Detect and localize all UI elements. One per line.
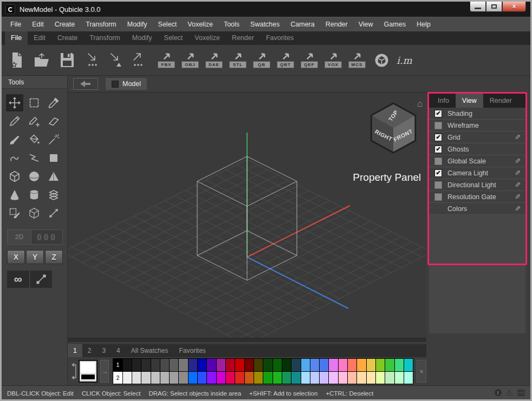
menu-item-file[interactable]: File (5, 17, 27, 31)
slice-tool-button[interactable] (45, 186, 62, 203)
swatch-cell[interactable] (141, 359, 151, 371)
swatch-cell[interactable] (339, 359, 348, 371)
export-mcs-button[interactable]: MCS (347, 52, 367, 68)
property-tab-render[interactable]: Render (483, 94, 518, 108)
export-qbt-button[interactable]: QBT (276, 52, 295, 68)
cone-tool-button[interactable] (6, 186, 23, 203)
swatch-cell[interactable] (310, 359, 320, 371)
menu-item-camera[interactable]: Camera (285, 17, 320, 31)
swatch-cell[interactable] (245, 372, 254, 384)
export-obj-button[interactable]: OBJ (180, 52, 200, 68)
swatch-tab-favorites[interactable]: Favorites (173, 344, 211, 357)
menu-item-tools[interactable]: Tools (218, 17, 245, 31)
camera-light-checkbox[interactable]: ✔ (434, 169, 442, 177)
axis-z-button[interactable]: Z (45, 250, 63, 264)
menu-item-transform[interactable]: Transform (80, 17, 122, 31)
export-vox-button[interactable]: VOX (323, 52, 343, 68)
swatch-cell[interactable] (226, 372, 235, 384)
rect-select-tool-button[interactable] (25, 94, 43, 111)
ribbon-tab-file[interactable]: File (5, 31, 28, 45)
new-file-button[interactable] (9, 51, 24, 69)
swatch-cell[interactable] (348, 359, 357, 371)
shading-checkbox[interactable]: ✔ (434, 110, 442, 117)
menu-item-swatches[interactable]: Swatches (245, 17, 285, 31)
swatch-cell[interactable] (254, 359, 263, 371)
swatch-tab-2[interactable]: 2 (82, 344, 97, 357)
swatch-cell[interactable] (226, 359, 235, 371)
axis-y-button[interactable]: Y (26, 250, 44, 264)
swatch-cell[interactable] (198, 359, 207, 371)
wireframe-checkbox[interactable] (434, 122, 442, 129)
swatch-cell[interactable] (189, 372, 198, 384)
swatch-cell[interactable] (179, 359, 188, 371)
swatch-cell[interactable] (320, 359, 329, 371)
swatch-cell[interactable] (301, 359, 310, 371)
add-color-button[interactable]: → (100, 360, 109, 383)
color-display[interactable] (79, 360, 98, 383)
paint-select-tool-button[interactable] (6, 205, 23, 222)
menu-item-create[interactable]: Create (49, 17, 81, 31)
export-stl-button[interactable]: STL (228, 52, 248, 68)
global-scale-checkbox[interactable] (434, 157, 442, 165)
menu-item-modify[interactable]: Modify (122, 17, 153, 31)
import-button[interactable] (86, 52, 100, 68)
swatch-cell[interactable] (263, 359, 273, 371)
swap-colors-icon[interactable] (70, 361, 77, 381)
save-button[interactable] (59, 51, 75, 69)
mode-2d-button[interactable]: 2D (8, 230, 31, 244)
ribbon-tab-create[interactable]: Create (51, 31, 84, 45)
resolution-gate-checkbox[interactable] (434, 193, 442, 201)
property-tab-view[interactable]: View (456, 94, 483, 108)
menu-item-voxelize[interactable]: Voxelize (182, 17, 218, 31)
swatch-cell[interactable] (217, 359, 226, 371)
swatch-tab-3[interactable]: 3 (96, 344, 111, 357)
swatch-cell[interactable] (217, 372, 226, 384)
swatch-cell[interactable] (273, 372, 282, 384)
ribbon-tab-transform[interactable]: Transform (83, 31, 126, 45)
swatch-cell[interactable] (348, 372, 357, 384)
swatch-cell[interactable] (160, 372, 170, 384)
swatch-cell[interactable] (170, 372, 179, 384)
swatch-cell[interactable] (245, 359, 254, 371)
swatch-cell[interactable] (160, 359, 170, 371)
swatch-cell[interactable] (179, 372, 188, 384)
swatch-cell[interactable] (207, 372, 216, 384)
move-tool-button[interactable] (6, 94, 23, 111)
ribbon-tab-favorites[interactable]: Favorites (260, 31, 300, 45)
viewport-3d[interactable]: TOP RIGHT FRONT ⌂ Property Panel (68, 92, 426, 338)
swatch-cell[interactable] (123, 359, 132, 371)
title-bar[interactable]: NewModel - Qubicle 3.0.0 × (2, 2, 530, 17)
swatch-cell[interactable] (376, 372, 385, 384)
ghosts-checkbox[interactable]: ✔ (434, 146, 442, 153)
pencil-tool-button[interactable] (6, 113, 23, 130)
swatch-cell[interactable] (329, 372, 338, 384)
close-button[interactable]: × (502, 2, 526, 12)
swatch-cell[interactable] (367, 372, 376, 384)
remove-swatch-button[interactable]: × (417, 360, 426, 383)
swatch-cell[interactable] (273, 359, 282, 371)
restore-button[interactable] (486, 2, 502, 12)
export-fbx-button[interactable]: FBX (157, 52, 176, 68)
ribbon-tab-voxelize[interactable]: Voxelize (189, 31, 226, 45)
swatch-cell[interactable] (189, 359, 198, 371)
swatch-cell[interactable] (395, 372, 404, 384)
sphere-tool-button[interactable] (25, 168, 43, 185)
ribbon-tab-render[interactable]: Render (226, 31, 260, 45)
primary-color[interactable] (81, 362, 96, 373)
swatch-cell[interactable] (235, 359, 244, 371)
open-file-button[interactable] (33, 51, 50, 69)
swatch-cell[interactable] (207, 359, 216, 371)
swatch-cell[interactable] (141, 372, 151, 384)
swatch-row-label[interactable]: 2 (113, 372, 122, 384)
mask-button[interactable]: ∞ (7, 271, 29, 288)
line-mode-button[interactable] (30, 271, 53, 288)
error-icon[interactable]: ! (495, 389, 502, 396)
tab-model[interactable]: Model (106, 78, 147, 90)
swatch-cell[interactable] (357, 359, 366, 371)
warning-icon[interactable]: ⚠ (506, 389, 513, 396)
swatch-cell[interactable] (170, 359, 179, 371)
menu-item-render[interactable]: Render (320, 17, 353, 31)
menu-item-edit[interactable]: Edit (27, 17, 49, 31)
log-menu-icon[interactable] (517, 390, 525, 396)
eraser-tool-button[interactable] (45, 113, 62, 130)
